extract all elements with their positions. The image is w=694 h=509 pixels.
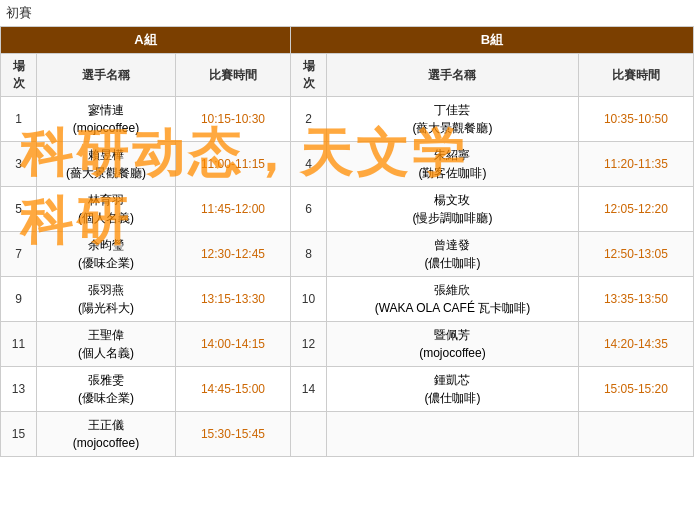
b-time-2: 12:05-12:20	[578, 187, 693, 232]
a-num-2: 5	[1, 187, 37, 232]
b-num-6: 14	[291, 367, 327, 412]
group-b-header: B組	[291, 27, 694, 54]
a-name-7: 王正儀(mojocoffee)	[37, 412, 176, 457]
b-num-5: 12	[291, 322, 327, 367]
b-name-4: 張維欣(WAKA OLA CAFÉ 瓦卡咖啡)	[327, 277, 579, 322]
a-time-5: 14:00-14:15	[175, 322, 290, 367]
a-name-1: 賴昱樺(薔大景觀餐廳)	[37, 142, 176, 187]
a-time-6: 14:45-15:00	[175, 367, 290, 412]
a-time-4: 13:15-13:30	[175, 277, 290, 322]
col-a-num: 場次	[1, 54, 37, 97]
a-num-5: 11	[1, 322, 37, 367]
b-name-6: 鍾凱芯(儂仕咖啡)	[327, 367, 579, 412]
b-num-0: 2	[291, 97, 327, 142]
b-time-4: 13:35-13:50	[578, 277, 693, 322]
a-name-3: 余昀瑩(優味企業)	[37, 232, 176, 277]
b-time-6: 15:05-15:20	[578, 367, 693, 412]
b-name-5: 暨佩芳(mojocoffee)	[327, 322, 579, 367]
b-num-3: 8	[291, 232, 327, 277]
a-time-0: 10:15-10:30	[175, 97, 290, 142]
a-num-3: 7	[1, 232, 37, 277]
a-num-7: 15	[1, 412, 37, 457]
b-name-2: 楊文玫(慢步調咖啡廳)	[327, 187, 579, 232]
a-name-6: 張雅雯(優味企業)	[37, 367, 176, 412]
b-time-1: 11:20-11:35	[578, 142, 693, 187]
b-name-7	[327, 412, 579, 457]
b-num-1: 4	[291, 142, 327, 187]
b-time-0: 10:35-10:50	[578, 97, 693, 142]
b-name-3: 曾達發(儂仕咖啡)	[327, 232, 579, 277]
col-a-time: 比賽時間	[175, 54, 290, 97]
b-name-1: 朱紹寧(勤客佐咖啡)	[327, 142, 579, 187]
group-a-header: A組	[1, 27, 291, 54]
page-title: 初賽	[0, 0, 694, 26]
col-b-time: 比賽時間	[578, 54, 693, 97]
a-name-4: 張羽燕(陽光科大)	[37, 277, 176, 322]
a-time-1: 11:00-11:15	[175, 142, 290, 187]
col-a-name: 選手名稱	[37, 54, 176, 97]
b-time-7	[578, 412, 693, 457]
a-time-2: 11:45-12:00	[175, 187, 290, 232]
b-name-0: 丁佳芸(薔大景觀餐廳)	[327, 97, 579, 142]
schedule-table: A組 B組 場次 選手名稱 比賽時間 場次 選手名稱 比賽時間 1寥情連(moj…	[0, 26, 694, 457]
b-time-3: 12:50-13:05	[578, 232, 693, 277]
a-name-0: 寥情連(mojocoffee)	[37, 97, 176, 142]
col-b-name: 選手名稱	[327, 54, 579, 97]
col-b-num: 場次	[291, 54, 327, 97]
a-time-3: 12:30-12:45	[175, 232, 290, 277]
a-num-4: 9	[1, 277, 37, 322]
b-time-5: 14:20-14:35	[578, 322, 693, 367]
a-name-2: 林育羽(個人名義)	[37, 187, 176, 232]
a-time-7: 15:30-15:45	[175, 412, 290, 457]
a-num-6: 13	[1, 367, 37, 412]
a-num-0: 1	[1, 97, 37, 142]
a-name-5: 王聖偉(個人名義)	[37, 322, 176, 367]
b-num-4: 10	[291, 277, 327, 322]
b-num-2: 6	[291, 187, 327, 232]
b-num-7	[291, 412, 327, 457]
a-num-1: 3	[1, 142, 37, 187]
